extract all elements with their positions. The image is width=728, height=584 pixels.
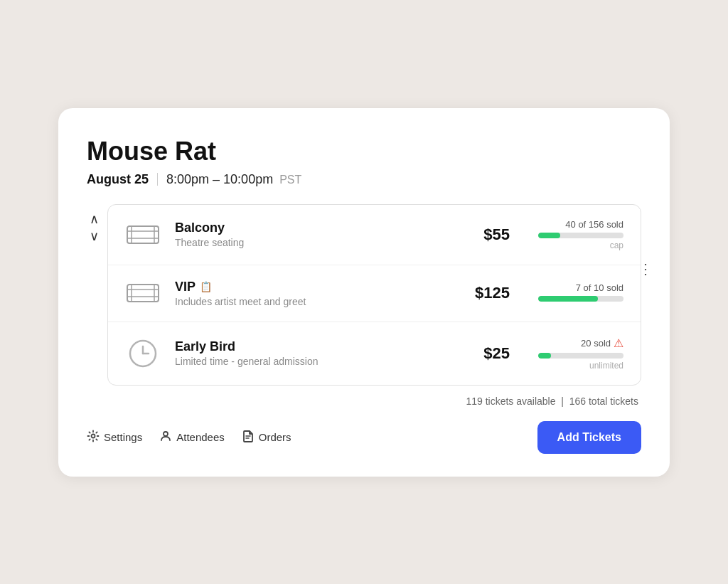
event-timezone: PST — [279, 174, 301, 186]
progress-fill-vip — [538, 296, 598, 302]
warning-icon: ⚠ — [614, 336, 623, 350]
event-card: Mouse Rat August 25 8:00pm – 10:00pm PST… — [58, 108, 670, 477]
tickets-list: Balcony Theatre seating $55 40 of 156 so… — [107, 204, 641, 386]
ticket-summary: 119 tickets available | 166 total ticket… — [87, 395, 641, 407]
cap-label-early-bird: unlimited — [524, 361, 623, 371]
ticket-name-early-bird: Early Bird — [175, 339, 439, 354]
settings-icon — [87, 430, 100, 445]
scroll-up-button[interactable]: ∧ — [87, 211, 102, 227]
ticket-info-vip: VIP 📋 Includes artist meet and greet — [175, 280, 439, 307]
event-time-row: August 25 8:00pm – 10:00pm PST — [87, 172, 641, 187]
more-options-button[interactable]: ⋮ — [633, 258, 658, 280]
ticket-desc-balcony: Theatre seating — [175, 237, 439, 248]
time-divider — [157, 173, 158, 186]
orders-label: Orders — [259, 431, 291, 443]
ticket-info-early-bird: Early Bird Limited time - general admiss… — [175, 339, 439, 367]
sold-text-balcony: 40 of 156 sold — [524, 219, 623, 230]
scroll-down-button[interactable]: ∨ — [87, 228, 102, 244]
progress-track-vip — [538, 296, 623, 302]
scroll-controls: ∧ ∨ — [87, 204, 102, 244]
ticket-stats-balcony: 40 of 156 sold cap — [524, 219, 623, 250]
ticket-price-vip: $125 — [453, 284, 510, 302]
ticket-row-early-bird: Early Bird Limited time - general admiss… — [108, 322, 641, 385]
event-time: 8:00pm – 10:00pm PST — [166, 172, 301, 187]
main-content: ∧ ∨ Balcony — [87, 204, 641, 386]
ticket-desc-early-bird: Limited time - general admission — [175, 356, 439, 367]
ticket-stats-early-bird: 20 sold ⚠ unlimited — [524, 336, 623, 371]
sold-text-vip: 7 of 10 sold — [524, 282, 623, 293]
settings-label: Settings — [104, 431, 142, 443]
progress-track-early-bird — [538, 353, 623, 359]
ticket-icon-early-bird — [125, 338, 161, 369]
ticket-info-balcony: Balcony Theatre seating — [175, 221, 439, 248]
svg-point-14 — [164, 432, 168, 436]
svg-point-13 — [92, 435, 95, 438]
orders-icon — [242, 430, 255, 445]
cap-label-balcony: cap — [524, 240, 623, 250]
ticket-price-early-bird: $25 — [453, 344, 510, 363]
sold-text-early-bird: 20 sold ⚠ — [524, 336, 623, 350]
ticket-row-balcony: Balcony Theatre seating $55 40 of 156 so… — [108, 205, 641, 265]
ticket-icon-balcony — [125, 223, 161, 246]
footer-actions: Settings Attendees — [87, 421, 641, 454]
event-date: August 25 — [87, 172, 149, 187]
add-tickets-button[interactable]: Add Tickets — [537, 421, 641, 454]
attendees-icon — [159, 430, 172, 445]
settings-button[interactable]: Settings — [87, 430, 142, 445]
attendees-button[interactable]: Attendees — [159, 430, 225, 445]
progress-fill-balcony — [538, 233, 560, 238]
ticket-name-vip: VIP 📋 — [175, 280, 439, 294]
ticket-price-balcony: $55 — [453, 225, 510, 244]
ticket-desc-vip: Includes artist meet and greet — [175, 296, 439, 307]
note-icon: 📋 — [200, 281, 212, 292]
event-title: Mouse Rat — [87, 137, 641, 166]
ticket-row-vip: VIP 📋 Includes artist meet and greet $12… — [108, 265, 641, 322]
ticket-name-balcony: Balcony — [175, 221, 439, 235]
footer-links: Settings Attendees — [87, 430, 291, 445]
progress-track-balcony — [538, 233, 623, 238]
attendees-label: Attendees — [176, 431, 225, 443]
progress-fill-early-bird — [538, 353, 551, 359]
ticket-icon-vip — [125, 282, 161, 304]
ticket-stats-vip: 7 of 10 sold — [524, 282, 623, 304]
orders-button[interactable]: Orders — [242, 430, 291, 445]
